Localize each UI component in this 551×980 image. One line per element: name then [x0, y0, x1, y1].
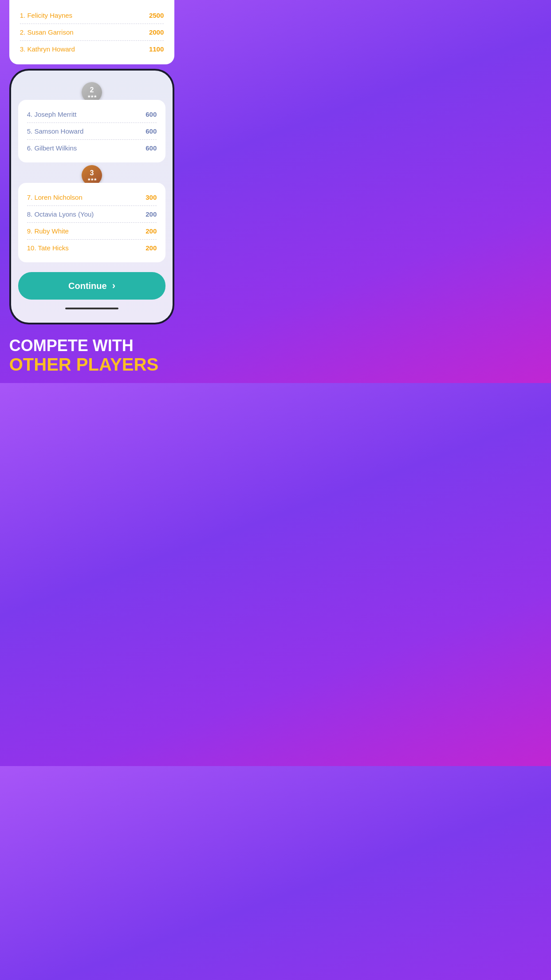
- s3-rank-score-2: 200: [146, 210, 157, 218]
- s3-rank-name-3: 9. Ruby White: [27, 227, 69, 235]
- s2-rank-name-3: 6. Gilbert Wilkins: [27, 144, 77, 152]
- bottom-line1: COMPETE WITH: [9, 337, 175, 355]
- section3-container: 3 ★★★ 7. Loren Nicholson 300 8. Octavia …: [18, 175, 166, 262]
- s3-rank-name-4: 10. Tate Hicks: [27, 244, 69, 252]
- s3-row-3: 9. Ruby White 200: [27, 223, 157, 240]
- phone-mockup: 2 ★★★ 4. Joseph Merritt 600 5. Samson Ho…: [9, 69, 175, 324]
- s3-row-4: 10. Tate Hicks 200: [27, 240, 157, 256]
- s3-rank-score-3: 200: [146, 227, 157, 235]
- phone-screen: 2 ★★★ 4. Joseph Merritt 600 5. Samson Ho…: [11, 71, 173, 323]
- section3-card: 7. Loren Nicholson 300 8. Octavia Lyons …: [18, 183, 166, 262]
- continue-label: Continue: [68, 281, 107, 291]
- s2-row-3: 6. Gilbert Wilkins 600: [27, 140, 157, 156]
- badge-number-2: 2: [90, 86, 94, 94]
- section2-card: 4. Joseph Merritt 600 5. Samson Howard 6…: [18, 100, 166, 162]
- chevron-right-icon: ›: [112, 280, 115, 292]
- bottom-text-container: COMPETE WITH OTHER PLAYERS: [9, 337, 175, 374]
- s3-rank-score-1: 300: [146, 194, 157, 201]
- badge-stars-2: ★★★: [87, 95, 97, 99]
- rank-name-3: 3. Kathryn Howard: [20, 45, 75, 53]
- s2-rank-name-2: 5. Samson Howard: [27, 127, 84, 135]
- s2-row-2: 5. Samson Howard 600: [27, 123, 157, 140]
- badge-number-3: 3: [90, 169, 94, 177]
- rank-name-2: 2. Susan Garrison: [20, 28, 74, 36]
- continue-button[interactable]: Continue ›: [18, 272, 166, 300]
- s2-rank-score-3: 600: [146, 144, 157, 152]
- top-row-2: 2. Susan Garrison 2000: [20, 24, 164, 41]
- top-row-3: 3. Kathryn Howard 1100: [20, 41, 164, 57]
- s3-rank-score-4: 200: [146, 244, 157, 252]
- rank-score-2: 2000: [149, 28, 164, 36]
- s3-rank-name-1: 7. Loren Nicholson: [27, 194, 83, 201]
- badge-stars-3: ★★★: [87, 178, 97, 182]
- s3-row-2: 8. Octavia Lyons (You) 200: [27, 206, 157, 223]
- home-indicator: [65, 308, 118, 309]
- rank-score-1: 2500: [149, 12, 164, 19]
- rank-score-3: 1100: [149, 45, 164, 53]
- bottom-line2: OTHER PLAYERS: [9, 355, 175, 374]
- top-row-1: 1. Felicity Haynes 2500: [20, 7, 164, 24]
- section2-container: 2 ★★★ 4. Joseph Merritt 600 5. Samson Ho…: [18, 92, 166, 162]
- s2-row-1: 4. Joseph Merritt 600: [27, 106, 157, 123]
- s3-rank-name-2: 8. Octavia Lyons (You): [27, 210, 94, 218]
- s2-rank-name-1: 4. Joseph Merritt: [27, 111, 77, 118]
- top-leaderboard-card: 1. Felicity Haynes 2500 2. Susan Garriso…: [9, 0, 175, 64]
- s2-rank-score-1: 600: [146, 111, 157, 118]
- rank-name-1: 1. Felicity Haynes: [20, 12, 72, 19]
- s2-rank-score-2: 600: [146, 127, 157, 135]
- s3-row-1: 7. Loren Nicholson 300: [27, 189, 157, 206]
